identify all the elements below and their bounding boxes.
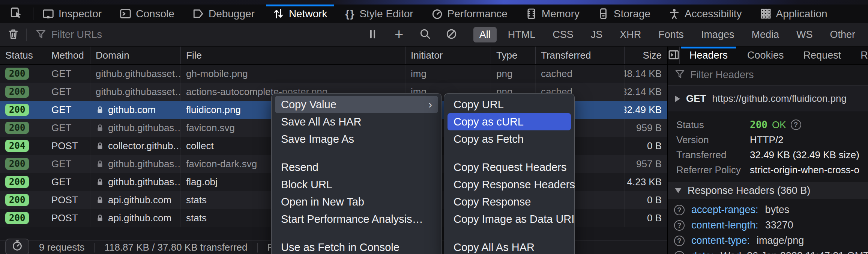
status-cell: 200 [0, 101, 46, 119]
split-panel-toggle-button[interactable] [668, 47, 680, 64]
details-tab-cookies[interactable]: Cookies [737, 47, 794, 64]
tab-performance[interactable]: Performance [422, 5, 517, 23]
menu-item-copy-as-fetch[interactable]: Copy as Fetch [448, 130, 571, 148]
column-header-type[interactable]: Type [491, 47, 536, 64]
summary-row-status: Status200OK? [668, 117, 868, 132]
tab-style-editor[interactable]: {}Style Editor [336, 5, 422, 23]
header-name[interactable]: date: [691, 250, 714, 254]
expand-caret-icon[interactable] [675, 95, 680, 102]
menu-item-copy-request-headers[interactable]: Copy Request Headers [448, 159, 571, 176]
column-header-file[interactable]: File [181, 47, 405, 64]
menu-item-copy-response[interactable]: Copy Response [448, 193, 571, 210]
help-icon[interactable]: ? [674, 236, 685, 246]
type-filter-other[interactable]: Other [824, 27, 861, 42]
file-text: favicon-dark.svg [186, 158, 257, 170]
type-filter-ws[interactable]: WS [790, 27, 819, 42]
funnel-icon [36, 29, 46, 41]
request-count: 9 requests [39, 242, 84, 253]
menu-item-label: Start Performance Analysis… [281, 213, 423, 225]
tab-network[interactable]: Network [264, 5, 336, 23]
pick-element-button[interactable] [0, 5, 33, 23]
header-name[interactable]: content-length: [691, 219, 758, 231]
request-row[interactable]: 200GETgithub.githubasset…gh-mobile.pngim… [0, 65, 667, 83]
tab-label: Memory [542, 8, 580, 20]
menu-divider [452, 152, 567, 152]
tab-inspector[interactable]: Inspector [33, 5, 111, 23]
menu-item-block-url[interactable]: Block URL [275, 176, 438, 193]
throttling-button[interactable] [5, 239, 29, 254]
type-filter-css[interactable]: CSS [547, 27, 580, 42]
tab-debugger[interactable]: Debugger [183, 5, 264, 23]
submenu-arrow-icon: › [417, 98, 432, 111]
help-icon[interactable]: ? [674, 205, 685, 215]
status-badge: 200 [5, 176, 29, 188]
tab-application[interactable]: Application [751, 5, 836, 23]
type-filter-html[interactable]: HTML [502, 27, 542, 42]
tab-label: Style Editor [359, 8, 413, 20]
help-icon[interactable]: ? [791, 119, 801, 130]
column-header-status[interactable]: Status [0, 47, 46, 64]
menu-item-copy-value[interactable]: Copy Value› [275, 96, 438, 113]
tab-label: Performance [448, 8, 508, 20]
help-icon[interactable]: ? [674, 251, 685, 254]
type-filter-media[interactable]: Media [745, 27, 785, 42]
column-header-size[interactable]: Size [625, 47, 667, 64]
summary-value: strict-origin-when-cross-origin [750, 164, 860, 176]
request-url-row[interactable]: GET https://github.com/fluidicon.png [668, 86, 868, 112]
collapse-caret-icon[interactable] [675, 188, 682, 193]
menu-item-save-image-as[interactable]: Save Image As [275, 130, 438, 148]
pause-traffic-button[interactable] [360, 26, 386, 44]
tab-storage[interactable]: Storage [589, 5, 659, 23]
type-filter-fonts[interactable]: Fonts [652, 27, 690, 42]
menu-item-copy-url[interactable]: Copy URL [448, 96, 571, 113]
menu-item-copy-image-as-data-uri[interactable]: Copy Image as Data URI [448, 210, 571, 228]
menu-item-copy-response-headers[interactable]: Copy Response Headers [448, 176, 571, 193]
clear-requests-button[interactable] [0, 26, 26, 44]
menu-item-start-performance-analysis[interactable]: Start Performance Analysis… [275, 210, 438, 228]
response-headers-list: ?accept-ranges:bytes?content-length:3327… [668, 200, 868, 254]
menu-item-copy-as-curl[interactable]: Copy as cURL [448, 113, 571, 130]
menu-item-resend[interactable]: Resend [275, 159, 438, 176]
column-header-method[interactable]: Method [46, 47, 90, 64]
style-editor-icon: {} [345, 8, 355, 20]
header-name[interactable]: content-type: [691, 235, 750, 246]
header-name[interactable]: accept-ranges: [691, 204, 758, 216]
status-bar-separator [257, 243, 258, 252]
tab-accessibility[interactable]: Accessibility [659, 5, 751, 23]
details-tabs-bar: HeadersCookiesRequestResponse [668, 47, 868, 65]
filter-headers-input[interactable] [690, 69, 861, 81]
new-request-button[interactable]: + [386, 26, 412, 44]
stopwatch-icon [12, 240, 23, 254]
column-header-initiator[interactable]: Initiator [405, 47, 491, 64]
column-header-domain[interactable]: Domain [90, 47, 181, 64]
column-header-transferred[interactable]: Transferred [536, 47, 625, 64]
file-text: fluidicon.png [186, 104, 241, 116]
details-tab-response[interactable]: Response [851, 47, 868, 64]
help-icon[interactable]: ? [674, 220, 685, 231]
type-filter-all[interactable]: All [473, 27, 497, 42]
menu-item-copy-all-as-har[interactable]: Copy All As HAR [448, 239, 571, 254]
details-tab-headers[interactable]: Headers [680, 47, 737, 64]
menu-item-save-all-as-har[interactable]: Save All As HAR [275, 113, 438, 130]
type-filter-xhr[interactable]: XHR [614, 27, 647, 42]
domain-cell: api.github.com [90, 191, 181, 209]
response-header-row: ?content-length:33270 [668, 218, 868, 233]
tab-memory[interactable]: Memory [517, 5, 589, 23]
menu-item-label: Copy as Fetch [454, 133, 524, 145]
details-tab-request[interactable]: Request [794, 47, 851, 64]
lock-icon [96, 142, 104, 150]
search-button[interactable] [412, 26, 439, 44]
tab-console[interactable]: Console [111, 5, 183, 23]
menu-item-use-as-fetch-in-console[interactable]: Use as Fetch in Console [275, 239, 438, 254]
block-request-button[interactable] [439, 26, 465, 44]
menu-divider [279, 232, 434, 232]
menu-item-open-in-new-tab[interactable]: Open in New Tab [275, 193, 438, 210]
menu-divider [279, 152, 434, 152]
inspector-icon [42, 8, 54, 20]
file-text: collect [186, 140, 214, 152]
response-headers-section[interactable]: Response Headers (360 B) [668, 181, 868, 200]
details-tabs: HeadersCookiesRequestResponse [680, 47, 868, 64]
type-filter-js[interactable]: JS [585, 27, 609, 42]
filter-urls-input[interactable] [51, 29, 360, 41]
type-filter-images[interactable]: Images [695, 27, 740, 42]
